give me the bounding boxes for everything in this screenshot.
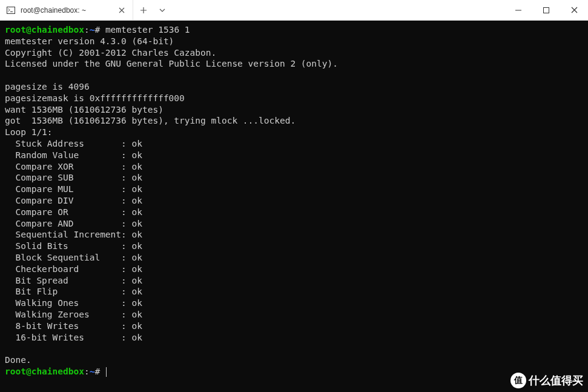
maximize-button[interactable] (532, 0, 560, 21)
terminal-icon (6, 5, 16, 15)
output-pagesize: pagesize is 4096 (5, 82, 90, 91)
output-loop: Loop 1/1: (5, 127, 53, 137)
prompt-symbol: # (94, 25, 100, 35)
svg-rect-3 (544, 7, 549, 13)
tab-close-button[interactable] (117, 5, 127, 15)
cursor (106, 367, 107, 377)
terminal-content[interactable]: root@chainedbox:~# memtester 1536 1 memt… (0, 21, 588, 392)
tab-dropdown-button[interactable] (154, 0, 171, 21)
watermark-badge: 值 (510, 373, 526, 388)
output-license: Licensed under the GNU General Public Li… (5, 59, 338, 68)
new-tab-button[interactable] (133, 0, 154, 21)
terminal-tab[interactable]: root@chainedbox: ~ (0, 0, 133, 21)
output-version: memtester version 4.3.0 (64-bit) (5, 36, 174, 46)
watermark-text: 什么值得买 (529, 373, 583, 388)
titlebar: root@chainedbox: ~ (0, 0, 588, 21)
test-results-list: Stuck Address : ok Random Value : ok Com… (5, 138, 583, 343)
close-button[interactable] (560, 0, 588, 21)
output-copyright: Copyright (C) 2001-2012 Charles Cazabon. (5, 48, 216, 58)
prompt-symbol: # (94, 367, 100, 376)
svg-rect-0 (7, 7, 15, 13)
tab-title: root@chainedbox: ~ (21, 6, 112, 15)
prompt-sep: : (84, 367, 90, 376)
output-got: got 1536MB (1610612736 bytes), trying ml… (5, 116, 296, 125)
prompt-userhost: root@chainedbox (5, 367, 84, 376)
minimize-button[interactable] (504, 0, 532, 21)
prompt-userhost: root@chainedbox (5, 25, 84, 35)
command-text: memtester 1536 1 (105, 25, 190, 35)
output-want: want 1536MB (1610612736 bytes) (5, 105, 164, 115)
output-done: Done. (5, 355, 31, 365)
prompt-sep: : (84, 25, 90, 35)
watermark: 值 什么值得买 (510, 373, 583, 388)
terminal-window: root@chainedbox: ~ root@chainedbox:~# me… (0, 0, 588, 392)
output-pagesizemask: pagesizemask is 0xfffffffffffff000 (5, 93, 185, 103)
